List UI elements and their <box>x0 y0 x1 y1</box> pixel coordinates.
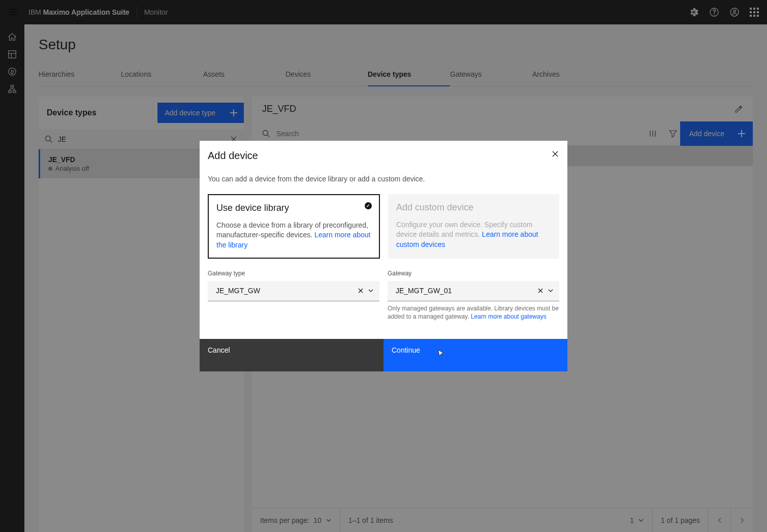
card-add-custom: Add custom device Configure your own dev… <box>388 194 559 259</box>
card-library-body: Choose a device from a library of precon… <box>216 221 371 250</box>
gateway-select[interactable]: JE_MGT_GW_01 <box>388 281 559 301</box>
card-library-heading: Use device library <box>216 203 371 213</box>
gateway-value: JE_MGT_GW_01 <box>396 287 534 295</box>
selected-check-icon <box>365 202 372 209</box>
clear-icon[interactable] <box>537 287 544 294</box>
card-custom-heading: Add custom device <box>396 202 551 213</box>
chevron-down-icon[interactable] <box>367 287 374 294</box>
chevron-down-icon[interactable] <box>547 287 554 294</box>
cursor-icon <box>436 349 445 358</box>
modal-description: You can add a device from the device lib… <box>208 175 559 183</box>
learn-gateways-link[interactable]: Learn more about gateways <box>471 313 547 320</box>
cancel-button[interactable]: Cancel <box>200 339 384 371</box>
clear-icon[interactable] <box>357 287 364 294</box>
gateway-type-select[interactable]: JE_MGT_GW <box>208 281 379 301</box>
modal-title: Add device <box>208 150 258 162</box>
modal-overlay: Add device You can add a device from the… <box>0 0 767 532</box>
gateway-helper: Only managed gateways are available. Lib… <box>388 304 559 321</box>
close-icon[interactable] <box>551 150 559 160</box>
gateway-type-value: JE_MGT_GW <box>216 287 354 295</box>
continue-button[interactable]: Continue <box>384 339 567 371</box>
gateway-type-label: Gateway type <box>208 270 379 277</box>
gateway-label: Gateway <box>388 270 559 277</box>
card-custom-body: Configure your own device. Specify custo… <box>396 220 551 249</box>
add-device-modal: Add device You can add a device from the… <box>200 141 567 371</box>
card-use-library[interactable]: Use device library Choose a device from … <box>208 194 380 259</box>
